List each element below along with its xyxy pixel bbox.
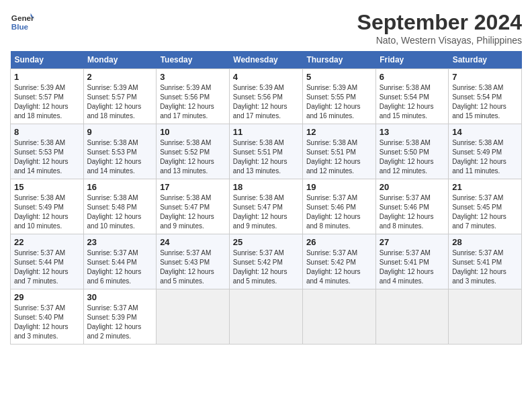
table-row: 27Sunrise: 5:37 AMSunset: 5:41 PMDayligh…: [375, 234, 448, 289]
week-row-5: 29Sunrise: 5:37 AMSunset: 5:40 PMDayligh…: [11, 289, 522, 345]
table-row: 21Sunrise: 5:37 AMSunset: 5:45 PMDayligh…: [449, 179, 522, 234]
table-row: [302, 289, 375, 345]
table-row: 14Sunrise: 5:38 AMSunset: 5:49 PMDayligh…: [449, 124, 522, 179]
table-row: 5Sunrise: 5:39 AMSunset: 5:55 PMDaylight…: [302, 69, 375, 124]
table-row: 6Sunrise: 5:38 AMSunset: 5:54 PMDaylight…: [375, 69, 448, 124]
header-row: Sunday Monday Tuesday Wednesday Thursday…: [11, 51, 522, 69]
page-header: General Blue September 2024 Nato, Wester…: [10, 10, 522, 46]
table-row: [375, 289, 448, 345]
location: Nato, Western Visayas, Philippines: [357, 35, 522, 46]
col-thursday: Thursday: [302, 51, 375, 69]
table-row: 8Sunrise: 5:38 AMSunset: 5:53 PMDaylight…: [11, 124, 84, 179]
table-row: 20Sunrise: 5:37 AMSunset: 5:46 PMDayligh…: [375, 179, 448, 234]
table-row: 29Sunrise: 5:37 AMSunset: 5:40 PMDayligh…: [11, 289, 84, 345]
table-row: 13Sunrise: 5:38 AMSunset: 5:50 PMDayligh…: [375, 124, 448, 179]
week-row-3: 15Sunrise: 5:38 AMSunset: 5:49 PMDayligh…: [11, 179, 522, 234]
col-saturday: Saturday: [449, 51, 522, 69]
week-row-4: 22Sunrise: 5:37 AMSunset: 5:44 PMDayligh…: [11, 234, 522, 289]
table-row: 23Sunrise: 5:37 AMSunset: 5:44 PMDayligh…: [83, 234, 157, 289]
table-row: 22Sunrise: 5:37 AMSunset: 5:44 PMDayligh…: [11, 234, 84, 289]
col-monday: Monday: [83, 51, 157, 69]
week-row-2: 8Sunrise: 5:38 AMSunset: 5:53 PMDaylight…: [11, 124, 522, 179]
table-row: 11Sunrise: 5:38 AMSunset: 5:51 PMDayligh…: [229, 124, 302, 179]
table-row: 25Sunrise: 5:37 AMSunset: 5:42 PMDayligh…: [229, 234, 302, 289]
month-year: September 2024: [357, 10, 522, 35]
table-row: 3Sunrise: 5:39 AMSunset: 5:56 PMDaylight…: [157, 69, 230, 124]
logo-icon: General Blue: [10, 10, 34, 34]
table-row: 15Sunrise: 5:38 AMSunset: 5:49 PMDayligh…: [11, 179, 84, 234]
table-row: 10Sunrise: 5:38 AMSunset: 5:52 PMDayligh…: [157, 124, 230, 179]
table-row: 18Sunrise: 5:38 AMSunset: 5:47 PMDayligh…: [229, 179, 302, 234]
table-row: 19Sunrise: 5:37 AMSunset: 5:46 PMDayligh…: [302, 179, 375, 234]
table-row: 12Sunrise: 5:38 AMSunset: 5:51 PMDayligh…: [302, 124, 375, 179]
col-wednesday: Wednesday: [229, 51, 302, 69]
calendar-table: Sunday Monday Tuesday Wednesday Thursday…: [10, 51, 522, 345]
table-row: 16Sunrise: 5:38 AMSunset: 5:48 PMDayligh…: [83, 179, 157, 234]
table-row: 30Sunrise: 5:37 AMSunset: 5:39 PMDayligh…: [83, 289, 157, 345]
title-area: September 2024 Nato, Western Visayas, Ph…: [357, 10, 522, 46]
svg-text:Blue: Blue: [11, 22, 29, 31]
col-sunday: Sunday: [11, 51, 84, 69]
table-row: [449, 289, 522, 345]
table-row: 28Sunrise: 5:37 AMSunset: 5:41 PMDayligh…: [449, 234, 522, 289]
col-tuesday: Tuesday: [157, 51, 230, 69]
table-row: 4Sunrise: 5:39 AMSunset: 5:56 PMDaylight…: [229, 69, 302, 124]
table-row: 26Sunrise: 5:37 AMSunset: 5:42 PMDayligh…: [302, 234, 375, 289]
table-row: 1Sunrise: 5:39 AMSunset: 5:57 PMDaylight…: [11, 69, 84, 124]
table-row: 2Sunrise: 5:39 AMSunset: 5:57 PMDaylight…: [83, 69, 157, 124]
table-row: [229, 289, 302, 345]
week-row-1: 1Sunrise: 5:39 AMSunset: 5:57 PMDaylight…: [11, 69, 522, 124]
table-row: 7Sunrise: 5:38 AMSunset: 5:54 PMDaylight…: [449, 69, 522, 124]
table-row: 17Sunrise: 5:38 AMSunset: 5:47 PMDayligh…: [157, 179, 230, 234]
col-friday: Friday: [375, 51, 448, 69]
logo: General Blue: [10, 10, 34, 34]
table-row: 24Sunrise: 5:37 AMSunset: 5:43 PMDayligh…: [157, 234, 230, 289]
table-row: [157, 289, 230, 345]
table-row: 9Sunrise: 5:38 AMSunset: 5:53 PMDaylight…: [83, 124, 157, 179]
